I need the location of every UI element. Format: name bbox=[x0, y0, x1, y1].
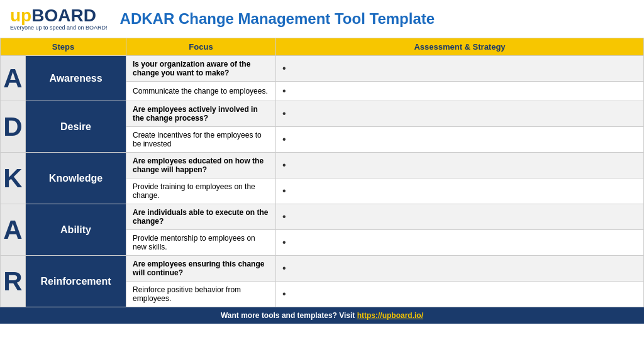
table-row: AAbilityAre individuals able to execute … bbox=[1, 204, 644, 230]
assessment-cell: • bbox=[276, 256, 644, 282]
assessment-cell: • bbox=[276, 153, 644, 178]
table-row: KKnowledgeAre employees educated on how … bbox=[1, 153, 644, 178]
bullet-icon: • bbox=[282, 108, 286, 119]
step-cell-1: Desire bbox=[26, 101, 126, 153]
focus-cell: Are employees educated on how the change… bbox=[126, 153, 276, 178]
bullet-icon: • bbox=[282, 134, 286, 145]
assessment-cell: • bbox=[276, 101, 644, 127]
bullet-icon: • bbox=[282, 160, 286, 170]
focus-cell: Are employees ensuring this change will … bbox=[126, 256, 276, 282]
focus-cell: Provide mentorship to employees on new s… bbox=[126, 230, 276, 256]
focus-cell: Is your organization aware of the change… bbox=[126, 56, 276, 82]
bullet-icon: • bbox=[282, 85, 286, 96]
letter-cell-d1: D bbox=[1, 101, 26, 153]
table-row: DDesireAre employees actively involved i… bbox=[1, 101, 644, 127]
focus-cell: Reinforce positive behavior from employe… bbox=[126, 282, 276, 307]
focus-cell: Are employees actively involved in the c… bbox=[126, 101, 276, 127]
bullet-icon: • bbox=[282, 63, 286, 74]
bullet-icon: • bbox=[282, 237, 286, 248]
focus-cell: Are individuals able to execute on the c… bbox=[126, 204, 276, 230]
step-cell-4: Reinforcement bbox=[26, 256, 126, 307]
step-cell-3: Ability bbox=[26, 204, 126, 256]
page-title: ADKAR Change Management Tool Template bbox=[120, 10, 435, 28]
logo-up: up bbox=[10, 6, 31, 25]
table-body: AAwarenessIs your organization aware of … bbox=[1, 56, 644, 307]
assessment-cell: • bbox=[276, 82, 644, 101]
focus-cell: Provide training to employees on the cha… bbox=[126, 178, 276, 204]
bullet-icon: • bbox=[282, 211, 286, 222]
col-header-assessment: Assessment & Strategy bbox=[276, 38, 644, 56]
assessment-cell: • bbox=[276, 127, 644, 153]
logo: upBOARD Everyone up to speed and on BOAR… bbox=[10, 7, 108, 31]
assessment-cell: • bbox=[276, 204, 644, 230]
logo-board: BOARD bbox=[31, 6, 96, 25]
letter-cell-a0: A bbox=[1, 56, 26, 101]
letter-cell-r4: R bbox=[1, 256, 26, 307]
bullet-icon: • bbox=[282, 185, 286, 196]
step-cell-2: Knowledge bbox=[26, 153, 126, 204]
logo-tagline: Everyone up to speed and on BOARD! bbox=[10, 25, 108, 31]
assessment-cell: • bbox=[276, 56, 644, 82]
adkar-table: Steps Focus Assessment & Strategy AAware… bbox=[0, 38, 644, 307]
bullet-icon: • bbox=[282, 288, 286, 299]
col-header-focus: Focus bbox=[126, 38, 276, 56]
footer: Want more tools and templates? Visit htt… bbox=[0, 307, 644, 324]
assessment-cell: • bbox=[276, 230, 644, 256]
assessment-cell: • bbox=[276, 178, 644, 204]
col-header-steps: Steps bbox=[1, 38, 126, 56]
logo-text: upBOARD bbox=[10, 7, 108, 25]
step-cell-0: Awareness bbox=[26, 56, 126, 101]
bullet-icon: • bbox=[282, 263, 286, 273]
footer-text: Want more tools and templates? Visit bbox=[221, 311, 357, 320]
assessment-cell: • bbox=[276, 282, 644, 307]
column-header-row: Steps Focus Assessment & Strategy bbox=[1, 38, 644, 56]
letter-cell-a3: A bbox=[1, 204, 26, 256]
header: upBOARD Everyone up to speed and on BOAR… bbox=[0, 0, 644, 38]
table-row: RReinforcementAre employees ensuring thi… bbox=[1, 256, 644, 282]
focus-cell: Create incentives for the employees to b… bbox=[126, 127, 276, 153]
footer-link[interactable]: https://upboard.io/ bbox=[357, 311, 423, 320]
table-row: AAwarenessIs your organization aware of … bbox=[1, 56, 644, 82]
focus-cell: Communicate the change to employees. bbox=[126, 82, 276, 101]
letter-cell-k2: K bbox=[1, 153, 26, 204]
